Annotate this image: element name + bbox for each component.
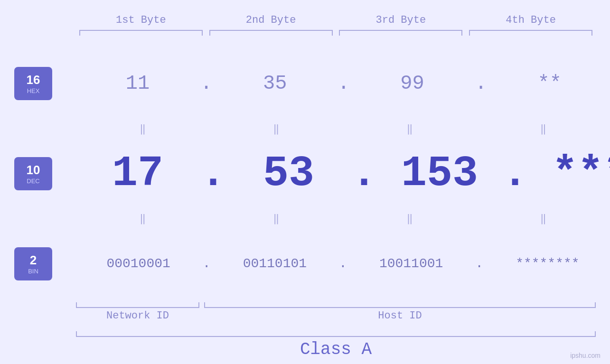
hex-row: 16 HEX 11 . 35 . 99 . ** (14, 45, 610, 122)
page: 1st Byte 2nd Byte 3rd Byte 4th Byte 16 H… (0, 0, 610, 364)
dec-values: 17 . 53 . 153 . *** (76, 149, 610, 198)
bin-value-3: 10011001 (379, 256, 443, 271)
class-section: Class A (0, 327, 610, 364)
dec-cell-3: 153 (378, 149, 501, 198)
bin-badge-base: BIN (28, 268, 38, 275)
dec-value-1: 17 (112, 149, 163, 198)
bin-dot-2: . (339, 256, 347, 271)
class-label: Class A (76, 340, 596, 359)
byte-labels-row: 1st Byte 2nd Byte 3rd Byte 4th Byte (0, 0, 610, 26)
equals-row-1: ‖ ‖ ‖ ‖ (14, 122, 610, 135)
class-bracket (76, 331, 596, 337)
dec-cell-4: *** (529, 149, 610, 198)
dec-value-4: *** (552, 149, 610, 198)
bin-value-2: 00110101 (243, 256, 307, 271)
id-section: Network ID Host ID (0, 302, 610, 327)
dec-row: 10 DEC 17 . 53 . 153 . *** (14, 135, 610, 213)
top-bracket-4 (469, 30, 592, 36)
dec-dot-3: . (502, 149, 528, 198)
top-bracket-row (0, 30, 610, 36)
bin-values: 00010001 . 00110101 . 10011001 . *******… (76, 256, 610, 271)
bin-cell-1: 00010001 (77, 256, 200, 271)
bin-dot-3: . (475, 256, 483, 271)
dec-badge-base: DEC (27, 177, 39, 185)
byte-label-3: 3rd Byte (339, 14, 462, 26)
byte-label-2: 2nd Byte (209, 14, 333, 26)
hex-dot-1: . (200, 72, 212, 95)
watermark: ipshu.com (570, 352, 601, 359)
bin-badge-number: 2 (30, 253, 37, 268)
dec-cell-2: 53 (227, 149, 350, 198)
hex-value-3: 99 (400, 72, 424, 95)
network-id-label: Network ID (76, 310, 199, 322)
hex-cell-1: 11 (76, 72, 199, 95)
eq1-3: ‖ (348, 122, 471, 135)
bin-cell-2: 00110101 (213, 256, 337, 271)
bin-value-1: 00010001 (106, 256, 170, 271)
hex-dot-3: . (475, 72, 487, 95)
eq1-4: ‖ (481, 122, 605, 135)
id-brackets (76, 302, 596, 308)
eq1-2: ‖ (215, 122, 338, 135)
byte-label-1: 1st Byte (79, 14, 203, 26)
dec-value-2: 53 (263, 149, 314, 198)
equals-row-2: ‖ ‖ ‖ ‖ (14, 212, 610, 225)
bin-value-4: ******** (516, 256, 579, 271)
host-id-label: Host ID (204, 310, 596, 322)
eq2-1: ‖ (81, 212, 205, 225)
bin-cell-3: 10011001 (349, 256, 473, 271)
id-labels: Network ID Host ID (76, 310, 596, 322)
bin-cell-4: ******** (486, 256, 609, 271)
network-bracket (76, 302, 199, 308)
eq1-1: ‖ (81, 122, 205, 135)
hex-value-1: 11 (126, 72, 150, 95)
eq2-4: ‖ (481, 212, 605, 225)
host-bracket (204, 302, 596, 308)
top-bracket-3 (339, 30, 462, 36)
dec-cell-1: 17 (76, 149, 199, 198)
eq2-3: ‖ (348, 212, 471, 225)
hex-dot-2: . (338, 72, 349, 95)
hex-cell-2: 35 (213, 72, 337, 95)
dec-badge: 10 DEC (14, 157, 52, 190)
hex-cell-3: 99 (350, 72, 474, 95)
bin-badge: 2 BIN (14, 247, 52, 280)
hex-values: 11 . 35 . 99 . ** (76, 72, 610, 95)
hex-badge-base: HEX (27, 87, 40, 94)
bin-dot-1: . (203, 256, 211, 271)
dec-dot-1: . (200, 149, 226, 198)
dec-dot-2: . (351, 149, 377, 198)
hex-value-2: 35 (263, 72, 287, 95)
hex-cell-4: ** (488, 72, 610, 95)
bin-row: 2 BIN 00010001 . 00110101 . 10011001 . *… (14, 225, 610, 302)
hex-badge: 16 HEX (14, 67, 52, 100)
eq2-2: ‖ (215, 212, 338, 225)
hex-value-4: ** (537, 72, 561, 95)
dec-value-3: 153 (401, 149, 478, 198)
hex-badge-number: 16 (27, 73, 40, 87)
byte-label-4: 4th Byte (469, 14, 592, 26)
dec-badge-number: 10 (27, 163, 40, 177)
top-bracket-2 (209, 30, 333, 36)
top-bracket-1 (79, 30, 203, 36)
